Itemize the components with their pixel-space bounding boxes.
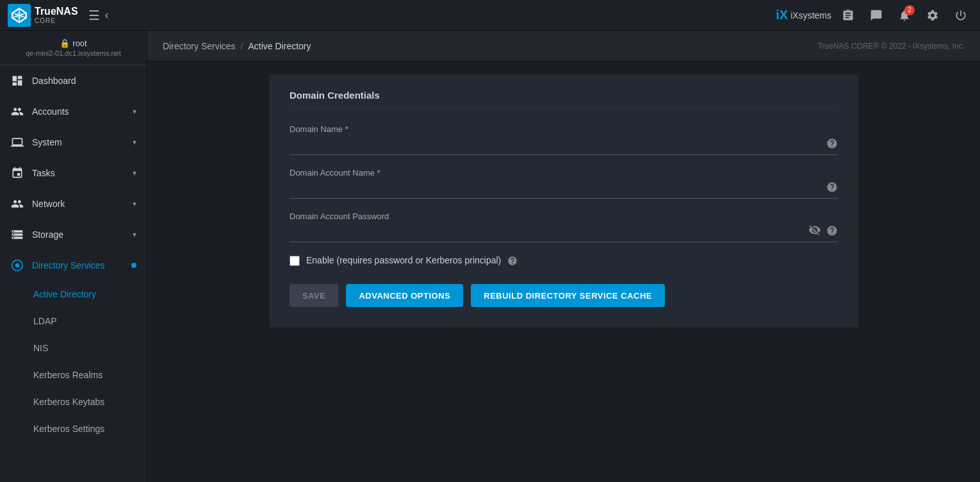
svg-point-7 [15, 263, 20, 268]
sidebar-sub-item-nis[interactable]: NIS [0, 335, 147, 362]
breadcrumb-current: Active Directory [248, 41, 311, 51]
chevron-icon: ▾ [133, 230, 136, 239]
form-card-title: Domain Credentials [290, 90, 838, 109]
domain-account-name-label: Domain Account Name * [290, 168, 838, 178]
gear-icon [926, 9, 939, 22]
domain-name-input[interactable] [290, 137, 821, 152]
domain-account-name-field: Domain Account Name * [290, 168, 838, 199]
sidebar-item-storage[interactable]: Storage ▾ [0, 219, 147, 250]
logo-truenas: TrueNAS [35, 6, 78, 17]
domain-name-label: Domain Name * [290, 124, 838, 134]
domain-account-name-help-icon[interactable] [826, 181, 838, 195]
notifications-badge: 2 [904, 5, 915, 15]
chevron-icon: ▾ [133, 107, 136, 116]
sub-item-label: Kerberos Realms [33, 370, 102, 380]
copyright-text: TrueNAS CORE® © 2022 - iXsystems, Inc. [818, 42, 965, 51]
system-icon [10, 135, 24, 149]
power-icon-btn[interactable] [949, 4, 972, 27]
enable-help-icon[interactable] [507, 255, 518, 265]
storage-icon [10, 228, 24, 242]
dashboard-icon [10, 74, 24, 88]
sidebar-item-label: Tasks [32, 168, 125, 178]
sidebar-item-label: System [32, 137, 125, 147]
power-icon [954, 9, 967, 22]
sidebar-item-network[interactable]: Network ▾ [0, 188, 147, 219]
chevron-icon: ▾ [133, 169, 136, 178]
main-layout: 🔒 root qe-mini2-01.dc1.ixsystems.net Das… [0, 31, 980, 482]
sidebar-user: 🔒 root qe-mini2-01.dc1.ixsystems.net [0, 31, 147, 65]
password-help-icon[interactable] [826, 225, 838, 238]
breadcrumb-separator: / [241, 41, 243, 51]
chevron-icon: ▾ [133, 199, 136, 208]
sidebar-item-dashboard[interactable]: Dashboard [0, 65, 147, 96]
sidebar-item-label: Accounts [32, 106, 125, 117]
content-area: Directory Services / Active Directory Tr… [147, 31, 980, 482]
sidebar-item-label: Directory Services [32, 260, 121, 270]
notifications-icon-btn[interactable]: 2 [893, 4, 916, 27]
hamburger-icon[interactable]: ☰ [88, 8, 100, 23]
password-visibility-icon[interactable] [808, 224, 821, 239]
sidebar-sub-item-kerberos-keytabs[interactable]: Kerberos Keytabs [0, 388, 147, 415]
accounts-icon [10, 104, 24, 119]
network-icon [10, 197, 24, 211]
hostname: qe-mini2-01.dc1.ixsystems.net [10, 49, 136, 57]
form-card: Domain Credentials Domain Name * Domain … [269, 74, 858, 328]
enable-label[interactable]: Enable (requires password or Kerberos pr… [306, 255, 518, 266]
sidebar-sub-item-kerberos-settings[interactable]: Kerberos Settings [0, 415, 147, 442]
sidebar: 🔒 root qe-mini2-01.dc1.ixsystems.net Das… [0, 31, 147, 482]
sidebar-item-system[interactable]: System ▾ [0, 127, 147, 158]
sidebar-item-directory-services[interactable]: Directory Services [0, 250, 147, 281]
clipboard-icon [842, 9, 854, 22]
sidebar-item-accounts[interactable]: Accounts ▾ [0, 96, 147, 127]
directory-services-icon [10, 258, 24, 272]
sub-item-label: Kerberos Keytabs [33, 397, 104, 407]
notes-icon-btn[interactable] [865, 4, 888, 27]
sub-item-label: Active Directory [33, 289, 96, 299]
domain-account-name-input[interactable] [290, 180, 821, 195]
ixsystems-logo: iX iXsystems [776, 8, 831, 22]
enable-checkbox-field: Enable (requires password or Kerberos pr… [290, 255, 838, 266]
username: root [72, 38, 86, 48]
breadcrumb-bar: Directory Services / Active Directory Tr… [147, 31, 980, 62]
settings-icon-btn[interactable] [921, 4, 944, 27]
back-icon[interactable]: ‹ [105, 8, 109, 22]
sidebar-sub-item-active-directory[interactable]: Active Directory [0, 281, 147, 308]
sidebar-item-tasks[interactable]: Tasks ▾ [0, 158, 147, 188]
sidebar-sub-item-kerberos-realms[interactable]: Kerberos Realms [0, 362, 147, 388]
breadcrumb: Directory Services / Active Directory [163, 41, 311, 51]
domain-account-password-label: Domain Account Password [290, 212, 838, 221]
sub-item-label: NIS [33, 343, 48, 353]
sidebar-item-label: Storage [32, 229, 125, 240]
active-indicator [131, 263, 136, 268]
domain-name-field: Domain Name * [290, 124, 838, 155]
page-content: Domain Credentials Domain Name * Domain … [147, 62, 980, 482]
sidebar-sub-item-ldap[interactable]: LDAP [0, 308, 147, 335]
domain-account-password-field: Domain Account Password [290, 212, 838, 242]
advanced-options-button[interactable]: ADVANCED OPTIONS [346, 284, 463, 307]
sidebar-item-label: Network [32, 199, 125, 209]
topbar: TrueNAS CORE ☰ ‹ iX iXsystems 2 [0, 0, 980, 31]
logo: TrueNAS CORE [8, 4, 78, 27]
domain-name-help-icon[interactable] [826, 138, 838, 151]
tasks-icon-btn[interactable] [837, 4, 860, 27]
chevron-icon: ▾ [133, 138, 136, 147]
sidebar-item-label: Dashboard [32, 76, 136, 86]
sub-item-label: LDAP [33, 316, 57, 326]
topbar-right: iX iXsystems 2 [776, 4, 972, 27]
lock-icon: 🔒 [60, 38, 70, 48]
rebuild-cache-button[interactable]: REBUILD DIRECTORY SERVICE CACHE [471, 284, 665, 307]
logo-core: CORE [35, 17, 78, 24]
btn-row: SAVE ADVANCED OPTIONS REBUILD DIRECTORY … [290, 284, 838, 307]
sub-item-label: Kerberos Settings [33, 424, 104, 434]
breadcrumb-parent[interactable]: Directory Services [163, 41, 236, 51]
domain-account-password-input[interactable] [290, 224, 803, 239]
enable-checkbox[interactable] [290, 256, 300, 266]
notes-icon [870, 9, 883, 22]
truenas-logo-icon [8, 4, 31, 27]
tasks-icon [10, 166, 24, 180]
save-button[interactable]: SAVE [290, 284, 338, 307]
